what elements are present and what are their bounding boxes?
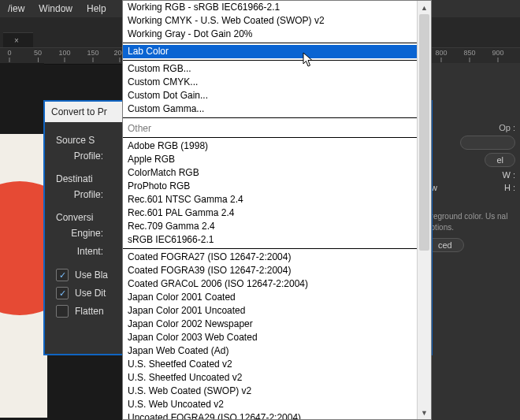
cancel-button-aux[interactable]: el	[485, 153, 515, 167]
ruler-tick: 0	[7, 50, 11, 62]
engine-label: Engine:	[56, 228, 103, 239]
dropdown-item[interactable]: Coated FOGRA39 (ISO 12647-2:2004)	[123, 264, 418, 277]
dither-checkbox[interactable]	[56, 287, 69, 299]
separator	[123, 248, 418, 249]
dropdown-item[interactable]: Working Gray - Dot Gain 20%	[123, 28, 418, 41]
dropdown-item[interactable]: Uncoated FOGRA29 (ISO 12647-2:2004)	[123, 411, 418, 419]
dropdown-item[interactable]: Custom Gamma...	[123, 102, 418, 116]
ruler-tick: 900	[492, 50, 503, 62]
scroll-thumb[interactable]	[419, 14, 429, 251]
ruler-tick: 50	[34, 50, 42, 62]
dropdown-item[interactable]: Working CMYK - U.S. Web Coated (SWOP) v2	[123, 14, 418, 28]
dropdown-item[interactable]: Japan Color 2001 Uncoated	[123, 304, 418, 318]
dropdown-item[interactable]: ColorMatch RGB	[123, 166, 418, 180]
intent-label: Intent:	[56, 246, 103, 257]
dropdown-item[interactable]: U.S. Sheetfed Coated v2	[123, 358, 418, 371]
dropdown-item[interactable]: Coated GRACoL 2006 (ISO 12647-2:2004)	[123, 277, 418, 291]
options-panel: Op : el W : ew H : oreground color. Us n…	[422, 63, 520, 420]
dropdown-item[interactable]: Japan Color 2001 Coated	[123, 291, 418, 304]
dropdown-item[interactable]: Working RGB - sRGB IEC61966-2.1	[123, 1, 418, 14]
hint-text: oreground color. Us nal options.	[426, 211, 513, 233]
opacity-label: Op :	[426, 123, 515, 132]
dropdown-item[interactable]: U.S. Web Uncoated v2	[123, 398, 418, 411]
dropdown-item[interactable]: U.S. Sheetfed Uncoated v2	[123, 371, 418, 385]
dither-label: Use Dit	[75, 288, 106, 299]
dropdown-item[interactable]: Adobe RGB (1998)	[123, 139, 418, 153]
dropdown-item[interactable]: U.S. Web Coated (SWOP) v2	[123, 385, 418, 398]
dropdown-item[interactable]: Rec.709 Gamma 2.4	[123, 220, 418, 233]
dropdown-item[interactable]: Japan Color 2002 Newspaper	[123, 318, 418, 331]
source-profile-label: Profile:	[56, 151, 103, 162]
ruler-tick: 100	[58, 50, 70, 62]
menu-item-window[interactable]: Window	[39, 3, 72, 14]
dropdown-item[interactable]: Coated FOGRA27 (ISO 12647-2:2004)	[123, 251, 418, 264]
flatten-label: Flatten	[75, 306, 104, 317]
ruler-tick: 800	[435, 50, 447, 62]
dropdown-item[interactable]: ProPhoto RGB	[123, 180, 418, 193]
ruler-tick: 150	[87, 50, 98, 62]
separator	[123, 117, 418, 118]
dropdown-item[interactable]: Custom Dot Gain...	[123, 89, 418, 102]
separator	[123, 137, 418, 138]
document-tab[interactable]: ×	[3, 32, 33, 47]
dropdown-item[interactable]: Custom RGB...	[123, 62, 418, 76]
dropdown-item[interactable]: Rec.601 PAL Gamma 2.4	[123, 206, 418, 220]
profile-dropdown-list[interactable]: Working RGB - sRGB IEC61966-2.1Working C…	[122, 0, 432, 420]
artboard	[0, 134, 47, 418]
flatten-checkbox[interactable]	[56, 305, 69, 318]
dropdown-item[interactable]: Apple RGB	[123, 153, 418, 166]
black-point-label: Use Bla	[75, 269, 108, 281]
scroll-track[interactable]	[418, 14, 431, 406]
panel-button[interactable]	[460, 136, 515, 150]
close-icon[interactable]: ×	[14, 36, 19, 45]
menu-item-help[interactable]: Help	[87, 3, 106, 14]
dropdown-group-header: Other	[123, 120, 418, 136]
scrollbar[interactable]: ▲ ▼	[417, 1, 431, 419]
dialog-title: Convert to Pr	[51, 106, 107, 117]
menu-item-view[interactable]: /iew	[8, 3, 24, 14]
ruler-tick: 850	[463, 50, 475, 62]
height-label: H :	[504, 183, 515, 192]
dropdown-item[interactable]: Japan Web Coated (Ad)	[123, 344, 418, 358]
separator	[123, 43, 418, 43]
scroll-down-icon[interactable]: ▼	[418, 406, 431, 419]
dropdown-item[interactable]: sRGB IEC61966-2.1	[123, 233, 418, 247]
dropdown-item[interactable]: Rec.601 NTSC Gamma 2.4	[123, 193, 418, 206]
black-point-checkbox[interactable]	[56, 269, 69, 281]
separator	[123, 60, 418, 61]
width-label: W :	[503, 170, 516, 180]
dropdown-item[interactable]: Lab Color	[123, 45, 418, 58]
artwork-circle	[0, 181, 47, 315]
dest-profile-label: Profile:	[56, 189, 103, 200]
scroll-up-icon[interactable]: ▲	[418, 1, 431, 14]
advanced-button[interactable]: ced	[426, 238, 464, 252]
dropdown-item[interactable]: Custom CMYK...	[123, 76, 418, 89]
dropdown-item[interactable]: Japan Color 2003 Web Coated	[123, 331, 418, 344]
